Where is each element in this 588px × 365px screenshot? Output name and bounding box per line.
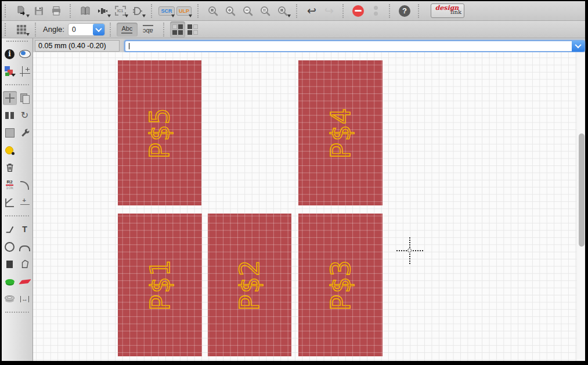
mirror-icon xyxy=(5,112,14,119)
tool-dimension-button[interactable]: ↔ xyxy=(18,292,32,306)
toolbar-drag-handle[interactable] xyxy=(5,5,9,17)
sidebar-empty-slot xyxy=(18,161,32,175)
redo-icon: ↪ xyxy=(324,5,334,16)
tool-display-button[interactable] xyxy=(3,64,17,78)
tool-rotate-button[interactable]: ↻ xyxy=(18,109,32,122)
save-icon xyxy=(33,5,45,17)
smd-pad-p5[interactable]: P$5 xyxy=(118,60,201,205)
tool-mirror-button[interactable] xyxy=(3,109,17,122)
tool-text-button[interactable]: T xyxy=(18,222,32,236)
zoom-fit-icon xyxy=(207,5,219,17)
toolbar-separator xyxy=(163,23,165,37)
tool-wire-button[interactable] xyxy=(3,222,17,236)
toolbar-separator xyxy=(197,4,200,18)
tool-copy-button[interactable] xyxy=(18,91,32,105)
main-toolbar: IC1 SCR ULP xyxy=(2,1,585,21)
vertical-scrollbar[interactable] xyxy=(576,52,585,361)
text-normal-button[interactable]: Abc xyxy=(117,23,138,37)
command-dropdown-button[interactable] xyxy=(572,41,585,52)
smd-pad-p1[interactable]: P$1 xyxy=(118,214,202,356)
grid-button[interactable] xyxy=(13,21,30,38)
coordinate-display: 0.05 mm (0.40 -0.20) xyxy=(35,40,120,52)
tool-rect-button[interactable] xyxy=(3,257,17,271)
split-icon xyxy=(20,199,30,206)
tool-group-button[interactable] xyxy=(3,126,17,140)
toolbar-separator xyxy=(35,23,37,37)
tool-paste-button[interactable] xyxy=(3,143,17,157)
circle-icon xyxy=(5,242,15,252)
print-button[interactable] xyxy=(48,3,65,19)
tool-polygon-button[interactable] xyxy=(18,257,32,271)
paste-icon xyxy=(5,145,15,156)
device-button[interactable] xyxy=(94,3,111,19)
layer-pattern-2-button[interactable] xyxy=(185,21,200,38)
zoom-redraw-button[interactable] xyxy=(257,3,274,19)
zoom-out-button[interactable] xyxy=(239,3,257,19)
toolbar-drag-handle[interactable] xyxy=(5,23,9,36)
pad-label: P$1 xyxy=(145,259,176,310)
tool-delete-button[interactable] xyxy=(3,161,17,175)
text-mirror-label: ɔqɐ xyxy=(143,25,153,34)
command-row: 0.05 mm (0.40 -0.20) xyxy=(33,38,585,53)
zoom-fit-button[interactable] xyxy=(204,3,222,19)
tool-miter-line-button[interactable] xyxy=(3,196,17,209)
script-button[interactable]: SCR xyxy=(158,3,175,19)
ulp-label: ULP xyxy=(179,8,189,14)
tool-mark-button[interactable] xyxy=(18,64,32,78)
logic-gate-icon xyxy=(132,5,143,17)
wrench-icon xyxy=(20,128,30,138)
zoom-redraw-icon xyxy=(259,5,271,17)
tool-smd-button[interactable] xyxy=(18,274,32,288)
smd-pad-p2[interactable]: P$2 xyxy=(208,214,291,356)
layer-pattern-1-button[interactable] xyxy=(170,21,185,38)
smd-pad-p3[interactable]: P$3 xyxy=(298,214,383,356)
design-canvas[interactable]: P$5 P$4 P$1 P$2 P$3 xyxy=(33,52,576,361)
smd-pad-p4[interactable]: P$4 xyxy=(298,60,383,205)
tool-change-button[interactable] xyxy=(18,126,32,140)
open-button[interactable] xyxy=(13,3,30,19)
vertical-scrollbar-thumb[interactable] xyxy=(579,133,585,247)
stop-button[interactable] xyxy=(349,3,367,19)
ulp-button[interactable]: ULP xyxy=(175,3,193,19)
angle-label: Angle: xyxy=(43,25,64,34)
tool-hole-button[interactable] xyxy=(3,292,17,306)
toolbar-separator xyxy=(70,4,72,18)
toolbar-separator xyxy=(389,4,391,18)
save-button[interactable] xyxy=(30,3,48,19)
tool-name-button[interactable]: R2 10k xyxy=(3,178,17,192)
tool-circle-button[interactable] xyxy=(3,240,17,254)
library-button[interactable] xyxy=(77,3,94,19)
tool-show-button[interactable] xyxy=(18,47,32,61)
parameter-toolbar: Angle: 0 Abc ɔqɐ xyxy=(2,21,585,38)
tool-move-button[interactable] xyxy=(3,91,17,105)
command-combobox[interactable] xyxy=(124,40,585,52)
redo-button[interactable]: ↪ xyxy=(320,3,338,19)
chevron-down-icon xyxy=(575,42,581,48)
grid-icon xyxy=(16,24,27,35)
package-button[interactable]: IC1 xyxy=(111,3,129,19)
help-button[interactable]: ? xyxy=(396,3,413,19)
tool-info-button[interactable]: i xyxy=(3,47,17,61)
angle-dropdown-button[interactable] xyxy=(93,24,104,35)
tool-split-button[interactable] xyxy=(18,196,32,209)
angle-select[interactable]: 0 xyxy=(68,23,105,36)
copy-icon xyxy=(20,93,30,103)
command-input[interactable] xyxy=(128,41,495,51)
zoom-select-icon xyxy=(277,5,288,17)
sidebar-drag-handle[interactable] xyxy=(6,41,28,45)
script-badge-icon: SCR xyxy=(158,6,174,16)
zoom-in-button[interactable] xyxy=(222,3,239,19)
rotate-icon: ↻ xyxy=(21,111,28,120)
symbol-button[interactable] xyxy=(129,3,146,19)
undo-button[interactable]: ↩ xyxy=(303,3,320,19)
tool-miter-arc-button[interactable] xyxy=(18,178,32,192)
pad-icon xyxy=(5,279,15,284)
design-link-button[interactable]: design link xyxy=(431,3,464,18)
tool-arc-button[interactable] xyxy=(18,240,32,254)
text-mirror-button[interactable]: ɔqɐ xyxy=(138,23,158,37)
go-button[interactable] xyxy=(367,3,384,19)
stop-icon xyxy=(352,5,364,17)
tool-pad-button[interactable] xyxy=(3,274,17,288)
zoom-select-button[interactable] xyxy=(274,3,291,19)
miter-line-icon xyxy=(5,198,14,207)
